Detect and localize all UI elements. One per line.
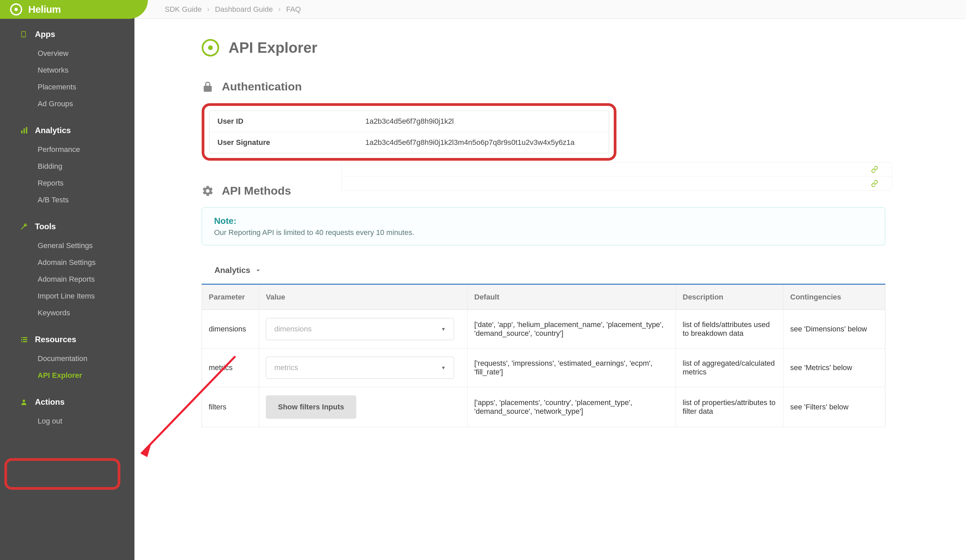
sidebar-item-overview[interactable]: Overview: [0, 45, 135, 62]
caret-down-icon: ▼: [441, 327, 446, 332]
sidebar-section-label: Tools: [35, 222, 56, 231]
page-title: API Explorer: [228, 39, 317, 56]
sidebar-item-ad-groups[interactable]: Ad Groups: [0, 95, 135, 112]
helium-logo-icon: [10, 3, 22, 15]
annotation-highlight-box: [4, 458, 120, 490]
gears-icon: [202, 185, 214, 197]
param-contingencies: see 'Filters' below: [784, 387, 886, 427]
breadcrumb-item[interactable]: FAQ: [286, 5, 301, 14]
note-title: Note:: [214, 216, 873, 226]
sidebar-item-general-settings[interactable]: General Settings: [0, 237, 135, 254]
wrench-icon: [20, 223, 28, 230]
helium-ring-icon: [202, 39, 219, 56]
svg-point-1: [23, 36, 24, 37]
bar-chart-icon: [20, 126, 28, 135]
params-table: Parameter Value Default Description Cont…: [202, 284, 886, 427]
sidebar-item-ab-tests[interactable]: A/B Tests: [0, 192, 135, 209]
dropdown-placeholder: metrics: [274, 363, 298, 372]
show-filters-button[interactable]: Show filters Inputs: [266, 395, 356, 419]
user-icon: [20, 398, 28, 406]
note-box: Note: Our Reporting API is limited to 40…: [202, 207, 886, 245]
col-value: Value: [259, 284, 468, 310]
collapse-label: Analytics: [214, 266, 250, 275]
list-icon: [20, 335, 28, 343]
annotation-highlight-auth: User ID 1a2b3c4d5e6f7g8h9i0j1k2l User Si…: [202, 103, 616, 161]
svg-rect-4: [26, 127, 27, 133]
svg-rect-5: [21, 337, 22, 338]
table-row: filters Show filters Inputs ['apps', 'pl…: [202, 387, 886, 427]
param-contingencies: see 'Dimensions' below: [784, 310, 886, 348]
sidebar-section-label: Resources: [35, 335, 76, 344]
breadcrumb-item[interactable]: Dashboard Guide: [215, 5, 273, 14]
sidebar-section-resources[interactable]: Resources: [0, 335, 135, 344]
table-row: User Signature 1a2b3c4d5e6f7g8h9i0j1k2l3…: [209, 132, 609, 153]
svg-rect-6: [23, 337, 27, 338]
auth-table: User ID 1a2b3c4d5e6f7g8h9i0j1k2l User Si…: [209, 111, 609, 153]
sidebar-item-bidding[interactable]: Bidding: [0, 158, 135, 175]
auth-label-user-id: User ID: [217, 117, 365, 126]
sidebar-item-placements[interactable]: Placements: [0, 79, 135, 95]
dropdown-placeholder: dimensions: [274, 325, 312, 333]
sidebar-item-reports[interactable]: Reports: [0, 175, 135, 192]
col-parameter: Parameter: [202, 284, 259, 310]
param-default: ['date', 'app', 'helium_placement_name',…: [468, 310, 676, 348]
breadcrumb-item[interactable]: SDK Guide: [165, 5, 202, 14]
sidebar-item-adomain-settings[interactable]: Adomain Settings: [0, 254, 135, 271]
sidebar-section-tools[interactable]: Tools: [0, 222, 135, 231]
sidebar-section-label: Actions: [35, 397, 64, 407]
sidebar-section-actions[interactable]: Actions: [0, 397, 135, 407]
section-heading-auth: Authentication: [222, 80, 302, 93]
auth-label-user-signature: User Signature: [217, 138, 365, 147]
param-desc: list of fields/attributes used to breakd…: [676, 310, 784, 348]
svg-rect-3: [23, 128, 25, 133]
chevron-right-icon: ›: [278, 5, 281, 14]
table-row: dimensions dimensions ▼ ['date', 'app', …: [202, 310, 886, 348]
table-row: User ID 1a2b3c4d5e6f7g8h9i0j1k2l: [209, 111, 609, 132]
sidebar-section-label: Apps: [35, 30, 55, 39]
col-contingencies: Contingencies: [784, 284, 886, 310]
table-row: metrics metrics ▼ ['requests', 'impressi…: [202, 348, 886, 387]
sidebar-item-keywords[interactable]: Keywords: [0, 305, 135, 321]
auth-value-user-id: 1a2b3c4d5e6f7g8h9i0j1k2l: [365, 117, 601, 126]
breadcrumb: SDK Guide › Dashboard Guide › FAQ: [135, 0, 966, 19]
svg-rect-8: [23, 339, 27, 340]
param-name: filters: [202, 387, 259, 427]
sidebar: Helium Apps Overview Networks Placements…: [0, 0, 135, 560]
brand-logo[interactable]: Helium: [0, 0, 148, 19]
param-desc: list of aggregated/calculated metrics: [676, 348, 784, 387]
caret-down-icon: ▼: [441, 365, 446, 370]
sidebar-section-apps[interactable]: Apps: [0, 30, 135, 39]
link-icon[interactable]: [871, 166, 878, 173]
svg-rect-2: [21, 130, 23, 133]
param-name: metrics: [202, 348, 259, 387]
param-default: ['apps', 'placements', 'country', 'place…: [468, 387, 676, 427]
note-body: Our Reporting API is limited to 40 reque…: [214, 228, 873, 237]
sidebar-nav: Apps Overview Networks Placements Ad Gro…: [0, 19, 135, 454]
sidebar-item-adomain-reports[interactable]: Adomain Reports: [0, 271, 135, 288]
sidebar-item-documentation[interactable]: Documentation: [0, 350, 135, 367]
sidebar-item-api-explorer[interactable]: API Explorer: [0, 367, 135, 384]
param-contingencies: see 'Metrics' below: [784, 348, 886, 387]
col-description: Description: [676, 284, 784, 310]
chevron-right-icon: ›: [207, 5, 209, 14]
sidebar-section-analytics[interactable]: Analytics: [0, 126, 135, 135]
sidebar-item-networks[interactable]: Networks: [0, 62, 135, 79]
lock-icon: [202, 80, 214, 93]
sidebar-section-label: Analytics: [35, 126, 71, 135]
param-name: dimensions: [202, 310, 259, 348]
collapse-analytics[interactable]: Analytics: [214, 266, 886, 275]
metrics-dropdown[interactable]: metrics ▼: [266, 356, 454, 379]
phone-icon: [20, 30, 28, 39]
sidebar-item-import-line-items[interactable]: Import Line Items: [0, 288, 135, 305]
brand-name: Helium: [28, 4, 61, 15]
col-default: Default: [468, 284, 676, 310]
auth-value-user-signature: 1a2b3c4d5e6f7g8h9i0j1k2l3m4n5o6p7q8r9s0t…: [365, 138, 601, 147]
sidebar-item-performance[interactable]: Performance: [0, 141, 135, 158]
section-heading-methods: API Methods: [222, 184, 291, 197]
svg-point-11: [23, 400, 25, 402]
svg-rect-9: [21, 341, 22, 342]
dimensions-dropdown[interactable]: dimensions ▼: [266, 318, 454, 340]
param-default: ['requests', 'impressions', 'estimated_e…: [468, 348, 676, 387]
sidebar-item-log-out[interactable]: Log out: [0, 413, 135, 430]
svg-rect-10: [23, 341, 27, 342]
